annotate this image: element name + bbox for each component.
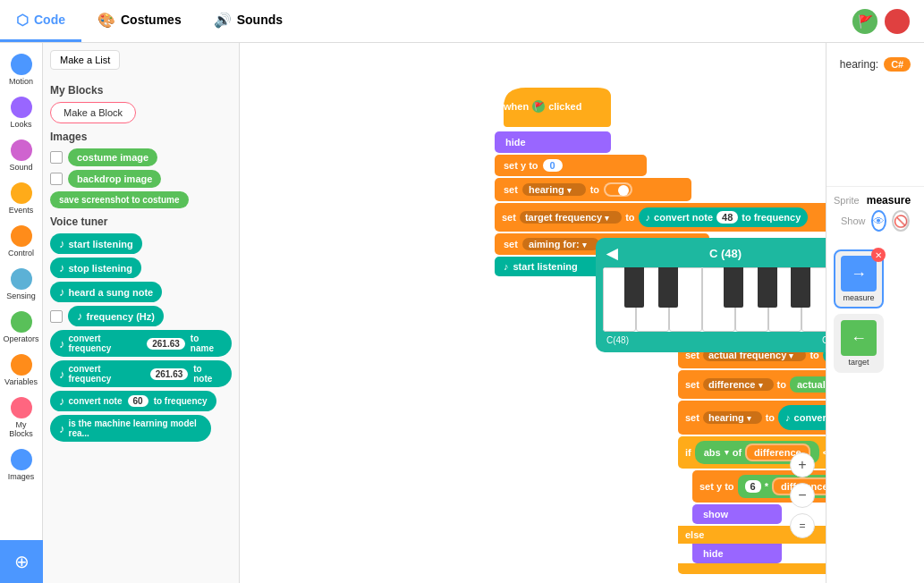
cat-sensing[interactable]: Sensing: [2, 265, 41, 304]
show-visible-button[interactable]: 👁: [871, 210, 886, 232]
canvas-area[interactable]: when 🚩 clicked hide set y to 0 set heari…: [240, 43, 826, 583]
hearing-dropdown[interactable]: hearing ▾: [522, 183, 586, 196]
block-row-conv2: ♪convert frequency 261.63 to note: [50, 360, 232, 387]
zoom-in-button[interactable]: +: [790, 452, 815, 477]
show-hidden-button[interactable]: 🚫: [892, 210, 910, 232]
white-key-7[interactable]: [801, 267, 826, 332]
categories-panel: Motion Looks Sound Events Control Sensin…: [0, 43, 43, 583]
block-set-y[interactable]: set y to 0: [495, 155, 647, 176]
sprite-card-target[interactable]: ← target: [834, 314, 884, 373]
tab-sounds-label: Sounds: [237, 13, 283, 27]
diff-dropdown[interactable]: difference ▾: [703, 378, 774, 391]
sprite-card-measure[interactable]: ✕ → measure: [834, 249, 884, 308]
tab-code[interactable]: ⬡ Code: [0, 0, 81, 42]
conv-val-2: 261.63: [150, 368, 189, 380]
convert-freq-note-block[interactable]: ♪convert frequency 261.63 to note: [50, 360, 232, 387]
hearing-display: hearing: C#: [827, 43, 924, 79]
motion-dot: [11, 54, 32, 75]
my-blocks-title: My Blocks: [50, 84, 232, 97]
cat-variables-label: Variables: [4, 377, 38, 386]
music-icon-3: ♪: [59, 285, 65, 299]
block-row-conv1: ♪convert frequency 261.63 to name: [50, 330, 232, 357]
sprite-section: Sprite measure Show 👁 🚫: [827, 186, 924, 242]
convert-freq-block[interactable]: ♪ convert frequency actual frequency to …: [778, 405, 826, 430]
convert-note-block[interactable]: ♪ convert note 48 to frequency: [639, 207, 809, 227]
piano-popup[interactable]: ◀ C (48) ▶: [596, 238, 826, 352]
cat-variables[interactable]: Variables: [2, 351, 41, 390]
white-key-6[interactable]: [768, 267, 801, 332]
toggle-switch[interactable]: [604, 182, 632, 197]
white-key-2[interactable]: [636, 267, 669, 332]
block-show[interactable]: show: [692, 504, 782, 524]
screenshot-block[interactable]: save screenshot to costume: [50, 191, 189, 208]
flag-icon: 🚩: [858, 14, 873, 29]
white-key-1[interactable]: [603, 267, 636, 332]
tab-sounds[interactable]: 🔊 Sounds: [198, 0, 299, 42]
costume-checkbox[interactable]: [50, 151, 63, 164]
convert-note-freq-block[interactable]: ♪convert note 60 to frequency: [50, 391, 216, 411]
target-sprite-icon: ←: [841, 320, 877, 356]
eye-crossed-icon: 🚫: [894, 215, 908, 228]
block-when-clicked[interactable]: when 🚩 clicked: [495, 88, 826, 130]
target-arrow: ▾: [605, 214, 609, 223]
convert-freq-name-block[interactable]: ♪convert frequency 261.63 to name: [50, 330, 232, 357]
zoom-fit-button[interactable]: =: [790, 513, 815, 538]
zoom-out-button[interactable]: −: [790, 483, 815, 508]
backdrop-image-block[interactable]: backdrop image: [68, 170, 161, 188]
white-key-5[interactable]: [735, 267, 768, 332]
cat-looks[interactable]: Looks: [2, 93, 41, 132]
diff-arrow: ▾: [759, 381, 763, 390]
cat-sound[interactable]: Sound: [2, 136, 41, 175]
block-row-backdrop: backdrop image: [50, 170, 232, 188]
backdrop-checkbox[interactable]: [50, 173, 63, 185]
heard-note-block[interactable]: ♪heard a sung note: [50, 282, 162, 302]
ml-model-block[interactable]: ♪is the machine learning model rea...: [50, 415, 211, 442]
conv-val-3: 60: [128, 395, 148, 407]
aiming-dropdown[interactable]: aiming for: ▾: [522, 238, 599, 250]
extension-button[interactable]: ⊕: [0, 540, 43, 583]
note-value-48[interactable]: 48: [716, 211, 738, 224]
block-set-difference[interactable]: set difference ▾ to actual frequency - t…: [678, 370, 826, 399]
cat-motion[interactable]: Motion: [2, 50, 41, 89]
cat-images[interactable]: Images: [2, 445, 41, 485]
white-key-3[interactable]: [669, 267, 702, 332]
cat-motion-label: Motion: [9, 77, 33, 86]
block-row-costume: costume image: [50, 148, 232, 166]
sprite-delete-measure[interactable]: ✕: [871, 248, 886, 262]
cat-images-label: Images: [8, 472, 35, 481]
multiply-val[interactable]: 6: [745, 480, 761, 493]
y-value[interactable]: 0: [543, 159, 563, 172]
cat-myblocks[interactable]: My Blocks: [2, 393, 41, 442]
cat-events[interactable]: Events: [2, 179, 41, 218]
stop-button[interactable]: [885, 9, 910, 34]
costume-image-block[interactable]: costume image: [68, 148, 157, 166]
block-set-target-freq[interactable]: set target frequency ▾ to ♪ convert note…: [495, 203, 826, 232]
cat-operators[interactable]: Operators: [2, 308, 41, 347]
target-freq-dropdown[interactable]: target frequency ▾: [520, 211, 622, 224]
start-listening-block[interactable]: ♪start listening: [50, 233, 142, 254]
block-hide[interactable]: hide: [495, 131, 611, 153]
block-set-hearing-toggle[interactable]: set hearing ▾ to: [495, 178, 691, 201]
block-row-freq: ♪frequency (Hz): [50, 306, 232, 326]
block-hide-2[interactable]: hide: [692, 544, 782, 563]
stop-listening-block[interactable]: ♪stop listening: [50, 258, 141, 278]
events-dot: [11, 182, 32, 204]
cat-operators-label: Operators: [3, 334, 38, 343]
music-icon-2: ♪: [59, 261, 65, 275]
white-key-4[interactable]: [702, 267, 735, 332]
freq-checkbox[interactable]: [50, 310, 63, 323]
make-block-button[interactable]: Make a Block: [50, 102, 136, 123]
variables-dot: [11, 354, 32, 376]
frequency-hz-block[interactable]: ♪frequency (Hz): [68, 306, 164, 326]
block-set-hearing-freq[interactable]: set hearing ▾ to ♪ convert frequency act…: [678, 401, 826, 435]
tab-costumes[interactable]: 🎨 Costumes: [81, 0, 198, 42]
hearing2-dropdown[interactable]: hearing ▾: [703, 411, 762, 424]
cat-control[interactable]: Control: [2, 222, 41, 261]
green-flag-button[interactable]: 🚩: [852, 9, 877, 34]
sprite-name-value: measure: [867, 194, 911, 207]
actual-arrow: ▾: [789, 351, 793, 360]
actual-freq-val[interactable]: actual frequency: [790, 376, 826, 393]
piano-keys[interactable]: [603, 267, 826, 332]
piano-left-arrow[interactable]: ◀: [606, 245, 617, 262]
make-list-button[interactable]: Make a List: [50, 50, 120, 70]
